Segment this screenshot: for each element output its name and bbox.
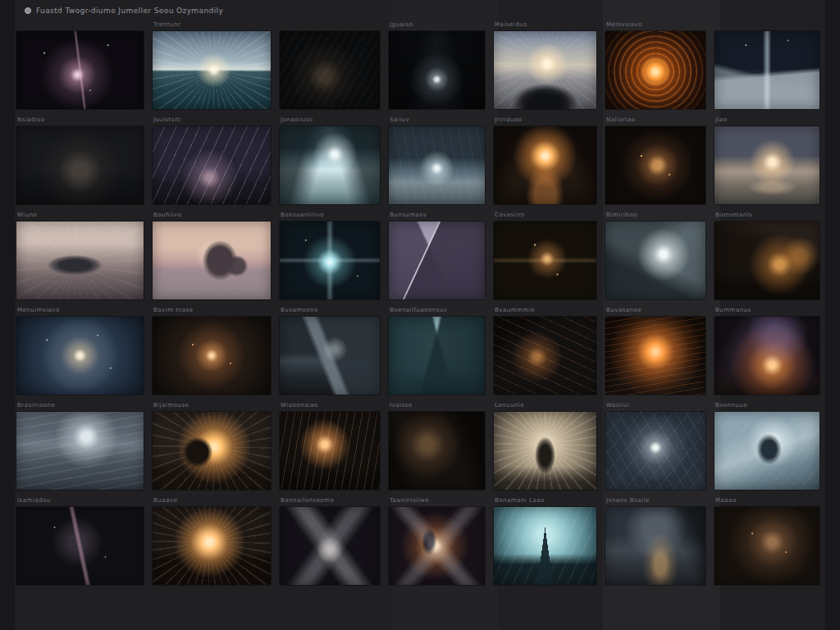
gallery-item[interactable]: Jiao <box>714 116 819 204</box>
gallery-item[interactable]: Wiuno <box>16 212 144 299</box>
thumbnail-orange-spiral[interactable] <box>605 31 705 109</box>
gallery-item[interactable]: Wiaoonaiao <box>280 402 380 490</box>
gallery-item[interactable]: Boenailfuaeonsuv <box>389 307 485 395</box>
thumbnail-fire-path[interactable] <box>494 126 596 204</box>
thumbnail-ray-figures[interactable] <box>494 412 596 490</box>
thumbnail-label: Bijaimouso <box>153 402 271 409</box>
thumbnail-faint-streak[interactable] <box>16 507 144 585</box>
gallery-item[interactable] <box>280 21 380 109</box>
gallery-item[interactable]: Trentunc <box>153 21 271 109</box>
gallery-item[interactable]: Ivaisso <box>389 402 485 490</box>
thumbnail-meteor-dunes[interactable] <box>153 126 271 204</box>
gallery-item[interactable]: Bvaummmio <box>494 307 596 395</box>
thumbnail-ice-figure[interactable] <box>714 412 819 490</box>
thumbnail-label: Boenailfuaeonsuv <box>390 307 485 313</box>
thumbnail-sunset-rocks[interactable] <box>153 221 271 299</box>
thumbnail-snow-horizon-glow[interactable] <box>389 126 485 204</box>
thumbnail-teal-spire[interactable] <box>494 507 596 585</box>
gallery-item[interactable]: Covasiiro <box>494 212 596 299</box>
thumbnail-label: Isamiadou <box>17 497 144 504</box>
thumbnail-amber-cluster[interactable] <box>605 126 705 204</box>
thumbnail-label: Ivaisso <box>390 402 485 409</box>
thumbnail-label: Bvaummmio <box>495 307 596 313</box>
thumbnail-gray-ridge[interactable] <box>280 317 380 395</box>
gallery-item[interactable]: Busamoono <box>280 307 380 395</box>
thumbnail-label: Nsiadiso <box>17 116 144 123</box>
thumbnail-ice-valley[interactable] <box>280 126 380 204</box>
gallery-item[interactable]: Nalioriao <box>605 116 705 204</box>
thumbnail-teal-pyramid[interactable] <box>389 317 485 395</box>
thumbnail-ocean-sunrise[interactable] <box>153 31 271 109</box>
gallery-item[interactable]: Jsnanv Bsailo <box>605 497 705 585</box>
gallery-item[interactable]: Bauhiivo <box>153 212 271 299</box>
thumbnail-desert-sunburst[interactable] <box>153 412 271 490</box>
gallery-item[interactable]: Taaninisilwo <box>389 497 485 585</box>
gallery-item[interactable]: Nsiadiso <box>16 116 144 204</box>
thumbnail-ember-streaks[interactable] <box>280 412 380 490</box>
thumbnail-ember-veins[interactable] <box>494 317 596 395</box>
gallery-item[interactable]: Bummanus <box>714 307 819 395</box>
thumbnail-white-burst-slope[interactable] <box>605 221 705 299</box>
gallery-item[interactable]: Jririduoo <box>494 116 596 204</box>
thumbnail-white-wings[interactable] <box>280 507 380 585</box>
gallery-item[interactable]: Isamiadou <box>16 497 144 585</box>
thumbnail-icy-waves[interactable] <box>16 412 144 490</box>
dot-icon <box>25 7 31 14</box>
thumbnail-ember-constellation[interactable] <box>494 221 596 299</box>
gallery-item[interactable]: Melovsiavo <box>605 21 705 109</box>
thumbnail-valley-glow[interactable] <box>389 31 485 109</box>
gallery-item[interactable]: Lonuunlo <box>494 402 596 490</box>
thumbnail-dark-swirl[interactable] <box>280 31 380 109</box>
thumbnail-fire-funnel[interactable] <box>605 317 705 395</box>
gallery-item[interactable]: Buvasanoe <box>605 307 705 395</box>
gallery-item[interactable]: Bxonnuuo <box>714 402 819 490</box>
gallery-item[interactable]: Jonaoisioc <box>280 116 380 204</box>
thumbnail-label: Bionsmanls <box>715 212 819 218</box>
thumbnail-golden-path[interactable] <box>605 507 705 585</box>
gallery-item[interactable]: Bionsmanls <box>714 212 819 299</box>
gallery-item[interactable]: Bonamani Laao <box>494 497 596 585</box>
gallery-item[interactable]: Bannailonseomo <box>280 497 380 585</box>
thumbnail-teal-starburst[interactable] <box>280 221 380 299</box>
gallery-item[interactable] <box>16 21 144 109</box>
thumbnail-sunset-mirror[interactable] <box>714 126 819 204</box>
gallery-item[interactable]: Maiseiduo <box>494 21 596 109</box>
thumbnail-label: Wiaoonaiao <box>281 402 380 409</box>
thumbnail-pink-starburst[interactable] <box>16 31 144 109</box>
gallery-item[interactable]: Saiiuv <box>389 116 485 204</box>
gallery-item[interactable]: Jsuistsiti <box>153 116 271 204</box>
thumbnail-ember-core[interactable] <box>153 317 271 395</box>
gallery-item[interactable]: Bimirihoo <box>605 212 705 299</box>
thumbnail-purple-peak[interactable] <box>389 221 485 299</box>
gallery-item[interactable]: Menuimsiavo <box>16 307 144 395</box>
gallery-item[interactable]: Bijaimouso <box>153 402 271 490</box>
thumbnail-label: Jririduoo <box>495 116 596 123</box>
thumbnail-snow-peak-beam[interactable] <box>714 31 819 109</box>
thumbnail-label: Bimirihoo <box>606 212 705 218</box>
thumbnail-blue-cluster[interactable] <box>16 317 144 395</box>
gallery-item[interactable]: Wasiiui <box>605 402 705 490</box>
thumbnail-label: Jguaiso <box>390 21 485 28</box>
gallery-item[interactable]: Jguaiso <box>389 21 485 109</box>
gallery-item[interactable]: Bavim Inase <box>153 307 271 395</box>
thumbnail-dawn-crater[interactable] <box>16 221 144 299</box>
thumbnail-blue-web[interactable] <box>605 412 705 490</box>
thumbnail-dim-horizon[interactable] <box>16 126 144 204</box>
gallery-item[interactable]: Maaao <box>714 497 819 585</box>
thumbnail-sea-figure-sunrise[interactable] <box>494 31 596 109</box>
thumbnail-label: Wiuno <box>17 212 144 218</box>
gallery-item[interactable]: Bonsuanlilivo <box>280 212 380 299</box>
gallery-item[interactable]: Bunsumasv <box>389 212 485 299</box>
gallery-item[interactable] <box>714 21 819 109</box>
thumbnail-label: Bauhiivo <box>153 212 271 218</box>
background-strip-left <box>0 0 15 630</box>
thumbnail-gold-veins[interactable] <box>714 221 819 299</box>
thumbnail-fire-burst-purple[interactable] <box>714 317 819 395</box>
thumbnail-label: Jiao <box>715 116 819 123</box>
gallery-item[interactable]: Brasinisono <box>16 402 144 490</box>
gallery-item[interactable]: Buaavo <box>153 497 271 585</box>
thumbnail-warm-burst[interactable] <box>714 507 819 585</box>
thumbnail-ridge-sunburst[interactable] <box>153 507 271 585</box>
thumbnail-dust-canyon[interactable] <box>389 412 485 490</box>
thumbnail-wing-burst[interactable] <box>389 507 485 585</box>
